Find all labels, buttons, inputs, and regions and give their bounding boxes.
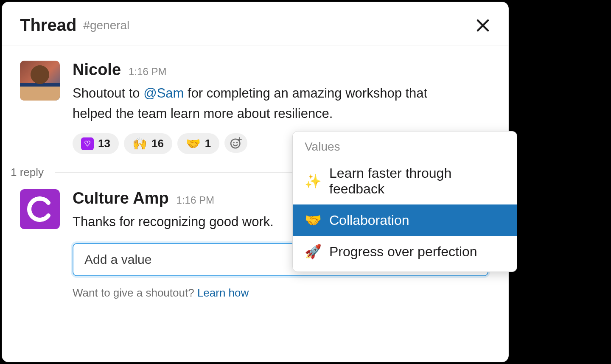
reply-count: 1 reply	[11, 166, 44, 179]
message-time: 1:16 PM	[177, 194, 214, 206]
reaction-raised-hands[interactable]: 🙌 16	[124, 133, 172, 154]
add-reaction-button[interactable]	[224, 133, 247, 153]
dropdown-item-label: Collaboration	[329, 213, 409, 228]
raised-hands-icon: 🙌	[132, 137, 147, 151]
dropdown-title: Values	[293, 140, 517, 158]
handshake-icon: 🤝	[186, 137, 201, 151]
values-dropdown: Values ✨ Learn faster through feedback 🤝…	[292, 131, 517, 272]
thread-panel: Thread #general Nicole 1:16 PM Shoutout …	[2, 2, 509, 362]
thread-header: Thread #general	[2, 2, 508, 45]
sparkles-icon: ✨	[305, 173, 322, 189]
message-author[interactable]: Culture Amp	[73, 189, 169, 207]
message-text: Shoutout to @Sam for completing an amazi…	[73, 83, 490, 124]
svg-point-4	[237, 142, 237, 143]
svg-point-2	[231, 139, 240, 148]
reaction-heart[interactable]: ♡ 13	[73, 133, 119, 154]
dropdown-item-label: Learn faster through feedback	[329, 165, 505, 197]
mention[interactable]: @Sam	[143, 86, 184, 101]
header-title: Thread	[20, 16, 76, 35]
dropdown-item-collaboration[interactable]: 🤝 Collaboration	[293, 204, 517, 236]
select-placeholder: Add a value	[84, 252, 151, 267]
shoutout-hint: Want to give a shoutout? Learn how	[73, 286, 490, 300]
avatar[interactable]	[20, 61, 60, 101]
close-icon[interactable]	[475, 18, 490, 33]
message-time: 1:16 PM	[129, 66, 166, 78]
header-channel[interactable]: #general	[83, 19, 129, 32]
learn-how-link[interactable]: Learn how	[197, 286, 249, 299]
reaction-handshake[interactable]: 🤝 1	[177, 133, 219, 154]
heart-icon: ♡	[81, 137, 94, 150]
svg-point-3	[234, 142, 234, 143]
avatar[interactable]	[20, 189, 60, 229]
dropdown-item-progress[interactable]: 🚀 Progress over perfection	[293, 236, 517, 267]
message-author[interactable]: Nicole	[73, 61, 121, 79]
handshake-icon: 🤝	[305, 212, 322, 228]
dropdown-item-learn-faster[interactable]: ✨ Learn faster through feedback	[293, 158, 517, 204]
rocket-icon: 🚀	[305, 244, 322, 260]
dropdown-item-label: Progress over perfection	[329, 244, 477, 260]
